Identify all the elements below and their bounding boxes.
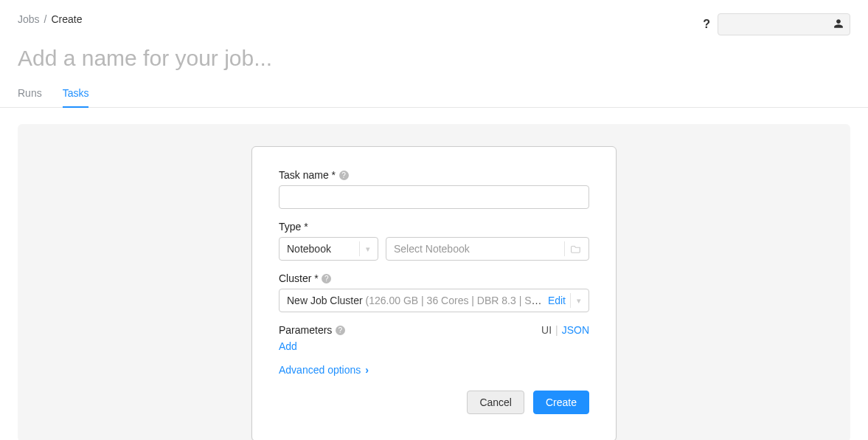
cluster-select[interactable]: New Job Cluster (126.00 GB | 36 Cores | … [279, 289, 589, 312]
type-label: Type * [279, 221, 308, 233]
toggle-separator: | [555, 324, 558, 336]
tab-tasks[interactable]: Tasks [63, 83, 89, 108]
param-toggle-ui[interactable]: UI [541, 324, 552, 336]
breadcrumb: Jobs / Create [18, 13, 83, 25]
type-select[interactable]: Notebook ▾ [279, 237, 378, 261]
cluster-edit-link[interactable]: Edit [548, 295, 566, 306]
cluster-detail: (126.00 GB | 36 Cores | DBR 8.3 | Sp… [366, 295, 544, 306]
tab-runs[interactable]: Runs [18, 83, 42, 107]
create-button[interactable]: Create [533, 391, 589, 414]
job-name-input[interactable] [0, 35, 868, 75]
task-card: Task name * Type * Notebook ▾ Select Not… [251, 146, 617, 440]
task-name-input[interactable] [279, 185, 589, 209]
add-parameter-link[interactable]: Add [279, 340, 297, 352]
chevron-down-icon: ▾ [570, 293, 581, 308]
help-icon[interactable] [338, 170, 349, 180]
notebook-placeholder: Select Notebook [394, 243, 470, 255]
user-menu[interactable] [718, 13, 850, 35]
chevron-right-icon: › [365, 364, 369, 376]
breadcrumb-current: Create [51, 13, 82, 25]
help-icon[interactable] [322, 273, 332, 283]
advanced-options-toggle[interactable]: Advanced options [279, 364, 361, 376]
param-toggle-json[interactable]: JSON [562, 324, 589, 336]
content-area: Task name * Type * Notebook ▾ Select Not… [18, 124, 850, 440]
chevron-down-icon: ▾ [359, 241, 370, 256]
help-icon[interactable] [335, 325, 345, 335]
task-name-label: Task name * [279, 169, 336, 181]
cancel-button[interactable]: Cancel [467, 391, 524, 414]
cluster-name: New Job Cluster [287, 295, 363, 306]
help-icon[interactable]: ? [703, 18, 710, 31]
type-selected: Notebook [287, 243, 331, 255]
breadcrumb-link-jobs[interactable]: Jobs [18, 13, 40, 25]
breadcrumb-separator: / [44, 13, 47, 25]
user-icon [833, 18, 844, 31]
cluster-label: Cluster * [279, 272, 319, 284]
notebook-select[interactable]: Select Notebook [386, 237, 589, 261]
parameters-label: Parameters [279, 324, 332, 336]
folder-icon [564, 241, 581, 256]
